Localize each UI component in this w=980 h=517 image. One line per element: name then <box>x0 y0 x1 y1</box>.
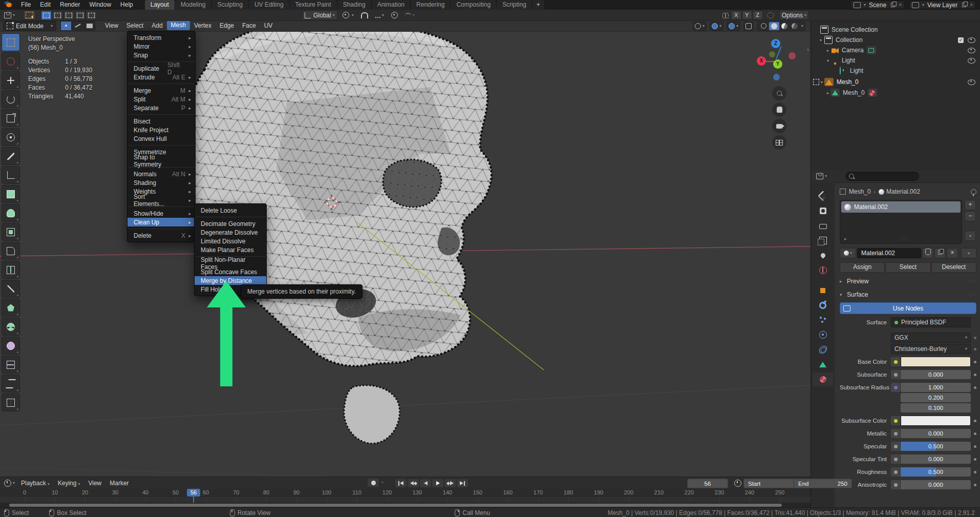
knife-tool[interactable] <box>2 280 20 298</box>
outliner-row-mesh0[interactable]: ▾ Mesh_0 <box>811 77 980 87</box>
outliner-row-scene-collection[interactable]: Scene Collection <box>811 25 980 35</box>
object-visibility-dropdown[interactable]: ▾ <box>693 22 707 31</box>
tab-rendering[interactable]: Rendering <box>411 0 451 10</box>
tab-output[interactable] <box>813 219 833 233</box>
menu-item-split-concave-faces[interactable]: Split Concave Faces <box>195 267 266 276</box>
jump-to-end-button[interactable] <box>457 479 468 487</box>
timeline-ruler[interactable]: 0 10 20 30 40 50 60 70 80 90 100 110 120… <box>0 489 811 497</box>
collection-visibility-eye-icon[interactable] <box>968 37 975 43</box>
specular-slider[interactable]: 0.500 <box>901 442 971 451</box>
timeline[interactable]: ▾ Playback▾ Keying▾ View Marker ▾ 56 Sta… <box>0 477 811 508</box>
menu-item-normals[interactable]: NormalsAlt N▸ <box>127 170 195 178</box>
use-nodes-button[interactable]: Use Nodes <box>840 302 976 314</box>
gizmo-x-axis[interactable]: X <box>757 56 766 66</box>
tab-animation[interactable]: Animation <box>372 0 411 10</box>
viewport-menu-select[interactable]: Select <box>122 20 147 31</box>
transform-tool[interactable] <box>2 128 20 146</box>
solid-shading-button[interactable] <box>769 22 779 30</box>
bevel-tool[interactable] <box>2 242 20 260</box>
menu-item-delete-loose[interactable]: Delete Loose <box>195 206 266 215</box>
tab-scene[interactable] <box>813 249 833 262</box>
breadcrumb-material[interactable]: Material.002 <box>886 188 920 195</box>
mirror-y-button[interactable]: Y <box>742 11 752 19</box>
orthographic-toggle-button[interactable] <box>772 135 786 150</box>
camera-view-button[interactable] <box>772 119 786 133</box>
mirror-x-button[interactable]: X <box>731 11 741 19</box>
outliner-row-light[interactable]: ▾ Light <box>811 55 980 66</box>
viewport-menu-vertex[interactable]: Vertex <box>190 20 216 31</box>
gizmo-y-axis[interactable]: Y <box>773 59 782 69</box>
overlays-dropdown[interactable]: ▾ <box>727 22 740 31</box>
sidebar-collapse-arrow[interactable]: ‹ <box>807 46 809 52</box>
base-color-swatch[interactable] <box>901 357 971 367</box>
face-select-button[interactable] <box>84 21 95 31</box>
menu-item-transform[interactable]: Transform▸ <box>127 33 195 42</box>
fake-user-button[interactable] <box>922 248 933 258</box>
viewport-menu-uv[interactable]: UV <box>260 20 277 31</box>
add-cube-tool[interactable] <box>2 185 20 203</box>
material-name-field[interactable]: Material.002 <box>857 248 921 258</box>
menu-item-convex-hull[interactable]: Convex Hull <box>127 134 195 143</box>
remove-material-slot-button[interactable]: − <box>965 211 976 221</box>
play-reverse-button[interactable] <box>420 479 431 487</box>
current-frame-badge[interactable]: 56 <box>187 489 200 497</box>
view-layer-selector[interactable]: ▾ View Layer × <box>909 1 976 9</box>
timeline-menu-keying[interactable]: Keying▾ <box>54 480 84 487</box>
outliner-row-light-data[interactable]: Light <box>811 66 980 76</box>
select-intersect-button[interactable] <box>86 11 97 20</box>
poly-build-tool[interactable] <box>2 299 20 317</box>
outliner-row-mesh0-data[interactable]: ▸ Mesh_0 <box>811 88 980 98</box>
menu-item-bisect[interactable]: Bisect <box>127 117 195 126</box>
extrude-region-tool[interactable] <box>2 204 20 222</box>
start-frame-field[interactable]: Start1 <box>743 479 802 488</box>
menu-item-limited-dissolve[interactable]: Limited Dissolve <box>195 237 266 245</box>
editor-type-selector[interactable]: ▾ <box>2 11 17 19</box>
loop-cut-tool[interactable] <box>2 261 20 279</box>
xray-toggle[interactable] <box>743 22 754 31</box>
light-visibility-eye-icon[interactable] <box>968 58 975 64</box>
pin-icon[interactable] <box>971 189 976 195</box>
tab-shading[interactable]: Shading <box>337 0 372 10</box>
outliner-row-camera[interactable]: ▸ Camera <box>811 45 980 55</box>
pan-button[interactable] <box>772 102 786 117</box>
tab-uv-editing[interactable]: UV Editing <box>249 0 290 10</box>
jump-to-start-button[interactable] <box>395 479 407 487</box>
tab-view-layer[interactable] <box>813 234 833 247</box>
play-button[interactable] <box>432 479 443 487</box>
navigation-gizmo[interactable]: Z X Y <box>757 30 803 81</box>
slot-list-expand-caret[interactable]: ▸ <box>844 236 847 241</box>
mode-dropdown[interactable]: Edit Mode ▾ <box>3 21 56 31</box>
smooth-tool[interactable] <box>2 337 20 355</box>
blender-logo-icon[interactable] <box>4 2 14 9</box>
mirror-z-button[interactable]: Z <box>753 11 763 19</box>
snap-base-icon[interactable] <box>767 12 774 18</box>
select-button[interactable]: Select <box>885 262 930 273</box>
surface-shader-button[interactable]: Principled BSDF <box>891 317 971 327</box>
options-dropdown[interactable]: Options▾ <box>779 10 809 20</box>
menu-render[interactable]: Render <box>55 0 84 10</box>
properties-search-input[interactable] <box>845 172 919 181</box>
edge-select-button[interactable] <box>72 21 83 31</box>
annotate-tool[interactable] <box>2 147 20 165</box>
gizmos-dropdown[interactable]: ▾ <box>710 22 723 31</box>
pivot-point-dropdown[interactable]: ▾ <box>339 11 356 19</box>
subsurface-radius-y[interactable]: 0.200 <box>901 393 971 402</box>
menu-item-show-hide[interactable]: Show/Hide▸ <box>127 209 195 218</box>
menu-help[interactable]: Help <box>116 0 138 10</box>
node-tree-dropdown[interactable]: ▾ <box>961 248 976 258</box>
add-material-slot-button[interactable]: + <box>965 200 976 210</box>
roughness-slider[interactable]: 0.500 <box>901 467 971 477</box>
current-frame-field[interactable]: 56 <box>687 479 728 488</box>
copy-material-button[interactable] <box>934 248 946 258</box>
select-extend-button[interactable] <box>52 11 63 20</box>
specular-tint-slider[interactable]: 0.000 <box>901 454 971 464</box>
tab-scripting[interactable]: Scripting <box>497 0 532 10</box>
expand-caret[interactable]: ▾ <box>819 80 824 85</box>
shrink-fatten-tool[interactable] <box>2 375 20 392</box>
new-scene-icon[interactable] <box>891 3 896 7</box>
tab-object-data[interactable] <box>813 358 833 371</box>
breadcrumb-object[interactable]: Mesh_0 <box>849 188 871 195</box>
distribution-dropdown[interactable]: GGX▾ <box>891 333 971 343</box>
metallic-slider[interactable]: 0.000 <box>901 429 971 438</box>
tab-physics[interactable] <box>813 328 833 342</box>
